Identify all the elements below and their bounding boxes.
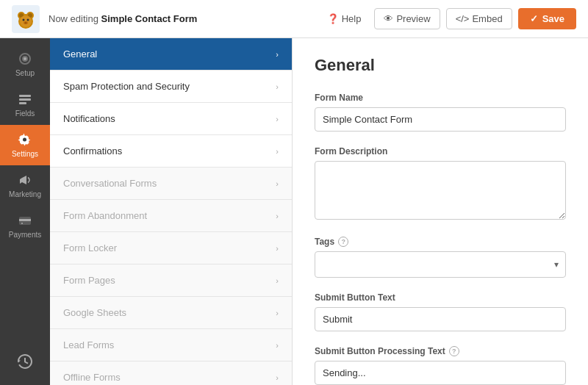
menu-google-sheets-label: Google Sheets [63, 307, 126, 318]
chevron-right-icon: › [276, 309, 279, 317]
svg-rect-17 [19, 219, 31, 221]
chevron-right-icon: › [276, 50, 279, 59]
submit-text-label: Submit Button Text [315, 292, 566, 303]
processing-help-icon[interactable]: ? [449, 346, 459, 356]
svg-point-10 [25, 21, 27, 24]
menu-item-general[interactable]: General › [50, 38, 292, 71]
field-group-form-description: Form Description [315, 146, 566, 222]
menu-form-locker-label: Form Locker [63, 242, 117, 253]
nav-item-history[interactable] [15, 347, 35, 376]
menu-item-form-abandonment[interactable]: Form Abandonment › [50, 200, 292, 232]
form-name-input[interactable] [315, 107, 566, 132]
field-group-tags: Tags ? ▾ [315, 237, 566, 278]
chevron-right-icon: › [276, 244, 279, 253]
menu-item-notifications[interactable]: Notifications › [50, 103, 292, 135]
svg-point-8 [27, 18, 29, 21]
icon-nav: Setup Fields Settings Marketing Payments [0, 38, 50, 385]
menu-confirmations-label: Confirmations [63, 145, 122, 156]
menu-form-pages-label: Form Pages [63, 275, 115, 286]
eye-icon: 👁 [384, 13, 393, 24]
nav-item-settings[interactable]: Settings [0, 125, 50, 165]
app-logo [12, 5, 40, 33]
menu-notifications-label: Notifications [63, 113, 115, 124]
form-description-label: Form Description [315, 146, 566, 156]
icon-nav-bottom [15, 347, 35, 385]
svg-point-11 [24, 57, 26, 60]
menu-item-google-sheets[interactable]: Google Sheets › [50, 297, 292, 329]
form-description-input[interactable] [315, 161, 566, 220]
svg-rect-12 [19, 95, 31, 97]
menu-item-conversational-forms[interactable]: Conversational Forms › [50, 168, 292, 200]
svg-rect-14 [19, 102, 26, 104]
processing-text-label: Submit Button Processing Text ? [315, 346, 566, 356]
menu-lead-forms-label: Lead Forms [63, 339, 114, 350]
svg-rect-13 [19, 98, 31, 101]
nav-item-marketing[interactable]: Marketing [0, 165, 50, 206]
nav-marketing-label: Marketing [9, 190, 41, 198]
field-group-submit-text: Submit Button Text [315, 292, 566, 331]
nav-payments-label: Payments [9, 231, 41, 239]
chevron-right-icon: › [276, 276, 279, 285]
menu-item-spam-protection[interactable]: Spam Protection and Security › [50, 71, 292, 103]
topbar: Now editing Simple Contact Form ❓ Help 👁… [0, 0, 588, 38]
svg-point-18 [21, 223, 23, 224]
form-name-label: Form Name [315, 93, 566, 103]
processing-text-input[interactable] [315, 361, 566, 385]
nav-fields-label: Fields [15, 109, 35, 118]
chevron-right-icon: › [276, 147, 279, 156]
chevron-right-icon: › [276, 212, 279, 220]
preview-button[interactable]: 👁 Preview [374, 8, 440, 29]
tags-select-wrapper: ▾ [315, 251, 566, 278]
menu-offline-forms-label: Offline Forms [63, 372, 121, 383]
form-name-title: Simple Contact Form [101, 13, 198, 24]
menu-form-abandonment-label: Form Abandonment [63, 210, 147, 221]
page-title: General [315, 56, 566, 75]
chevron-right-icon: › [276, 82, 279, 91]
nav-setup-label: Setup [15, 69, 35, 77]
nav-settings-label: Settings [12, 150, 38, 158]
menu-item-lead-forms[interactable]: Lead Forms › [50, 329, 292, 361]
editing-title: Now editing Simple Contact Form [49, 13, 311, 24]
settings-menu: General › Spam Protection and Security ›… [50, 38, 293, 385]
check-icon: ✓ [530, 13, 538, 24]
menu-item-form-locker[interactable]: Form Locker › [50, 232, 292, 265]
question-icon: ❓ [327, 13, 339, 24]
svg-point-15 [23, 138, 26, 142]
menu-conversational-label: Conversational Forms [63, 178, 157, 189]
svg-point-7 [23, 18, 25, 21]
code-icon: </> [456, 13, 470, 24]
field-group-form-name: Form Name [315, 93, 566, 132]
help-button[interactable]: ❓ Help [320, 9, 369, 29]
nav-item-setup[interactable]: Setup [0, 44, 50, 84]
menu-general-label: General [63, 48, 97, 60]
nav-item-payments[interactable]: Payments [0, 206, 50, 246]
content-area: General Form Name Form Description Tags … [293, 38, 588, 385]
field-group-processing-text: Submit Button Processing Text ? [315, 346, 566, 385]
chevron-right-icon: › [276, 179, 279, 188]
menu-item-offline-forms[interactable]: Offline Forms › [50, 361, 292, 385]
topbar-actions: ❓ Help 👁 Preview </> Embed ✓ Save [320, 8, 576, 29]
tags-help-icon[interactable]: ? [338, 237, 348, 247]
menu-item-confirmations[interactable]: Confirmations › [50, 135, 292, 168]
embed-button[interactable]: </> Embed [446, 8, 512, 29]
chevron-right-icon: › [276, 373, 279, 382]
nav-item-fields[interactable]: Fields [0, 84, 50, 125]
menu-spam-label: Spam Protection and Security [63, 81, 190, 92]
chevron-right-icon: › [276, 115, 279, 123]
main-layout: Setup Fields Settings Marketing Payments… [0, 38, 588, 385]
tags-label: Tags ? [315, 237, 566, 247]
menu-item-form-pages[interactable]: Form Pages › [50, 265, 292, 297]
save-button[interactable]: ✓ Save [518, 8, 576, 29]
tags-select[interactable] [315, 251, 566, 278]
submit-button-text-input[interactable] [315, 307, 566, 331]
chevron-right-icon: › [276, 341, 279, 350]
